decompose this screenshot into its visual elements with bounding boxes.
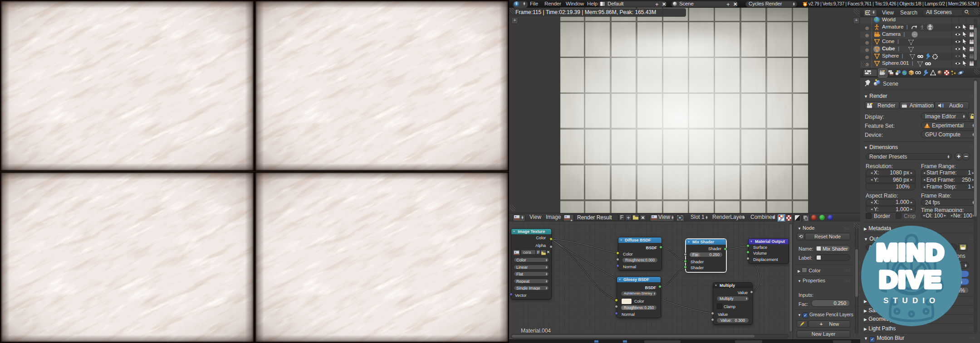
svg-text:MIND: MIND [876, 239, 945, 265]
svg-text:STUDIO: STUDIO [883, 296, 940, 305]
svg-text:DIVE: DIVE [879, 266, 942, 292]
